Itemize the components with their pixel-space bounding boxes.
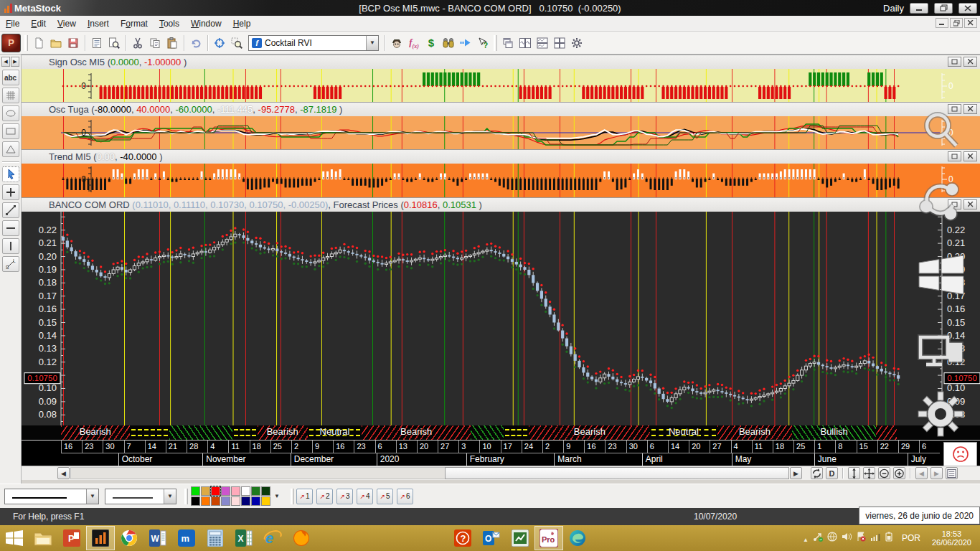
color-swatch[interactable]	[261, 486, 270, 496]
child-close-button[interactable]	[964, 18, 977, 28]
horizontal-line-tool[interactable]	[2, 220, 19, 236]
new-button[interactable]	[30, 34, 47, 52]
taskbar-help-viewer[interactable]: ?	[448, 526, 477, 550]
pane-main-restore-button[interactable]	[948, 199, 961, 209]
scroll-left-button[interactable]: ◀	[1, 57, 10, 67]
zoom-area-button[interactable]	[228, 34, 245, 52]
cut-button[interactable]	[129, 34, 146, 52]
color-swatch[interactable]	[221, 486, 230, 496]
color-swatch[interactable]	[201, 486, 210, 496]
taskbar-clock[interactable]: 18:5326/06/2020	[928, 529, 976, 547]
usb-icon[interactable]	[813, 532, 823, 545]
pane-trend-plot[interactable]: 00	[22, 164, 980, 197]
taskbar-firefox[interactable]	[287, 526, 316, 550]
color-swatch[interactable]	[241, 486, 250, 496]
tile-grid-button[interactable]	[551, 34, 568, 52]
copy-button[interactable]	[146, 34, 164, 52]
cascade-button[interactable]	[499, 34, 517, 52]
pane-main-close-button[interactable]	[963, 199, 977, 209]
start-button[interactable]	[0, 526, 29, 550]
close-button[interactable]	[958, 3, 977, 14]
color-swatch[interactable]	[241, 496, 250, 506]
page-right-button[interactable]: ▶	[930, 467, 943, 479]
paste-button[interactable]	[164, 34, 181, 52]
taskbar-metastock[interactable]	[86, 526, 115, 550]
expert-advisor-indicator[interactable]	[943, 442, 977, 466]
menu-insert[interactable]: Insert	[82, 17, 115, 31]
trendline-tool[interactable]	[2, 202, 19, 218]
taskbar-excel[interactable]: X	[230, 526, 258, 550]
pane-main-plot[interactable]: 0.220.220.210.210.200.200.190.190.180.18…	[22, 212, 980, 425]
scroll-right-button[interactable]: ▶	[11, 57, 19, 67]
zoom-out-button[interactable]	[878, 467, 890, 479]
language-indicator[interactable]: POR	[899, 533, 923, 543]
power-console-button[interactable]: P	[1, 34, 21, 52]
color-swatch[interactable]	[211, 496, 220, 506]
triangle-tool[interactable]	[2, 141, 19, 157]
go-arrow-button[interactable]	[457, 34, 474, 52]
pane-sign-close-button[interactable]	[963, 57, 977, 67]
taskbar-word[interactable]: W	[143, 526, 172, 550]
text-tool[interactable]: abc	[2, 70, 19, 85]
combo-dropdown-arrow[interactable]: ▼	[366, 36, 378, 50]
menu-window[interactable]: Window	[185, 17, 227, 31]
hidden-icons-icon[interactable]: ▲	[803, 532, 809, 545]
taskbar-calculator[interactable]	[201, 526, 230, 550]
layout-button-4[interactable]: ↗4	[357, 489, 373, 504]
refresh-button[interactable]	[811, 467, 823, 479]
vertical-zoom-button[interactable]	[848, 467, 860, 479]
page-left-button[interactable]: ◀	[915, 467, 928, 479]
vertical-line-tool[interactable]	[2, 238, 19, 254]
pane-trend-restore-button[interactable]	[948, 151, 961, 161]
scrollbar-thumb[interactable]	[445, 467, 789, 479]
pan-button[interactable]	[863, 467, 875, 479]
color-swatch[interactable]	[251, 486, 260, 496]
palette-dropdown-arrow[interactable]: ▼	[273, 487, 281, 506]
options-button[interactable]	[568, 34, 585, 52]
undo-button[interactable]	[187, 34, 204, 52]
function-button[interactable]: f(x)	[405, 34, 423, 52]
pane-tuga-restore-button[interactable]	[948, 104, 961, 114]
network-icon[interactable]	[827, 532, 837, 545]
layout-button-5[interactable]: ↗5	[377, 489, 393, 504]
scrollbar-right-button[interactable]: ▶	[790, 467, 802, 479]
tile-horizontal-button[interactable]	[534, 34, 551, 52]
pane-tuga-plot[interactable]: 00	[22, 116, 980, 149]
taskbar-file-explorer[interactable]	[29, 526, 57, 550]
pane-sign-restore-button[interactable]	[948, 57, 961, 67]
child-minimize-button[interactable]	[936, 18, 948, 28]
properties-button[interactable]	[88, 34, 105, 52]
menu-help[interactable]: Help	[227, 17, 257, 31]
dollar-button[interactable]: $	[423, 34, 440, 52]
taskbar-maxthon[interactable]: m	[172, 526, 201, 550]
color-swatch[interactable]	[251, 496, 260, 506]
menu-format[interactable]: Format	[115, 17, 154, 31]
scrollbar-left-button[interactable]: ◀	[57, 467, 70, 479]
explorer-head-button[interactable]	[388, 34, 405, 52]
notifications-flag-icon[interactable]	[856, 532, 866, 545]
combo-dropdown-arrow[interactable]: ▼	[86, 489, 98, 504]
menu-view[interactable]: View	[52, 17, 82, 31]
color-swatch[interactable]	[261, 496, 270, 506]
taskbar-metastock-pro[interactable]: Pro	[534, 526, 563, 550]
menu-edit[interactable]: Edit	[25, 17, 52, 31]
color-swatch[interactable]	[231, 486, 240, 496]
crosshair-tool[interactable]	[2, 184, 19, 200]
ellipse-tool[interactable]	[2, 105, 19, 121]
rectangle-tool[interactable]	[2, 123, 19, 139]
color-swatch[interactable]	[231, 496, 240, 506]
print-preview-button[interactable]	[105, 34, 123, 52]
signal-icon[interactable]	[870, 532, 880, 545]
color-swatch[interactable]	[191, 486, 200, 496]
pane-sign-plot[interactable]: 00	[22, 69, 980, 102]
periodicity-d-button[interactable]: D	[826, 467, 838, 479]
target-button[interactable]	[211, 34, 228, 52]
volume-icon[interactable]	[842, 532, 852, 545]
taskbar-project[interactable]	[506, 526, 534, 550]
restore-button[interactable]	[934, 3, 953, 14]
taskbar-edge[interactable]	[563, 526, 592, 550]
taskbar-powerpoint[interactable]: P	[57, 526, 86, 550]
taskbar-outlook[interactable]: O	[477, 526, 506, 550]
save-button[interactable]	[65, 34, 82, 52]
layout-button-1[interactable]: ↗1	[296, 489, 313, 504]
